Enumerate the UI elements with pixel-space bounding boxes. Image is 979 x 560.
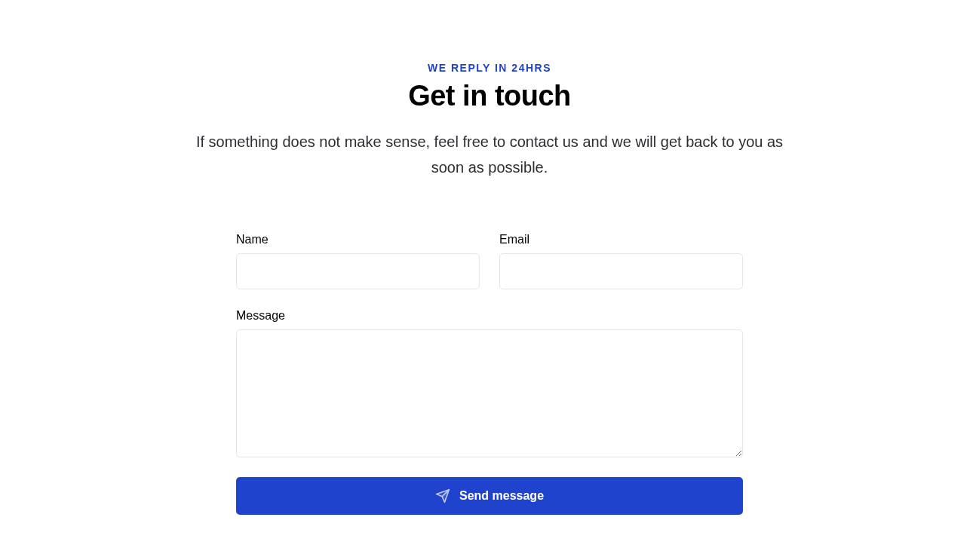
form-row: Name Email <box>236 233 743 289</box>
page-title: Get in touch <box>408 80 571 112</box>
message-textarea[interactable] <box>236 329 743 457</box>
name-label: Name <box>236 233 480 246</box>
contact-form: Name Email Message Send message <box>236 233 743 515</box>
name-input[interactable] <box>236 253 480 289</box>
page-subtitle: If something does not make sense, feel f… <box>195 129 784 180</box>
eyebrow-text: WE REPLY IN 24HRS <box>428 62 551 74</box>
message-label: Message <box>236 309 743 323</box>
email-field-group: Email <box>499 233 743 289</box>
name-field-group: Name <box>236 233 480 289</box>
send-icon <box>435 488 450 503</box>
message-field-group: Message <box>236 309 743 457</box>
send-button[interactable]: Send message <box>236 477 743 515</box>
send-button-label: Send message <box>459 489 544 503</box>
email-label: Email <box>499 233 743 246</box>
email-input[interactable] <box>499 253 743 289</box>
